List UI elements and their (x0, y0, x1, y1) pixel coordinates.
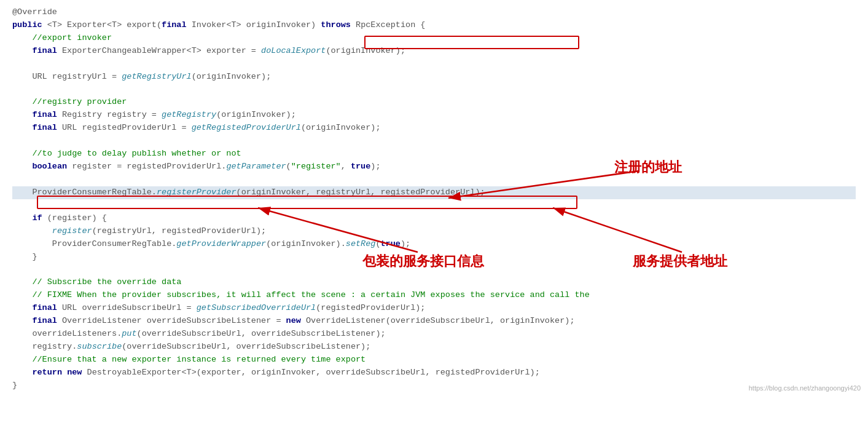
code-line-9: final Registry registry = getRegistry(or… (12, 109, 856, 122)
code-line-12: //to judge to delay publish whether or n… (12, 148, 856, 161)
code-line-28: //Ensure that a new exporter instance is… (12, 354, 856, 367)
code-line-23: // FIXME When the provider subscribes, i… (12, 289, 856, 302)
code-line-1: @Override (12, 6, 856, 19)
code-line-18: register(registryUrl, registedProviderUr… (12, 225, 856, 238)
code-line-10: final URL registedProviderUrl = getRegis… (12, 122, 856, 135)
code-container: @Override public <T> Exporter<T> export(… (0, 0, 868, 398)
code-line-15: ProviderConsumerRegTable.registerProvide… (12, 186, 856, 199)
code-line-17: if (register) { (12, 212, 856, 225)
code-line-2: public <T> Exporter<T> export(final Invo… (12, 19, 856, 32)
code-line-14 (12, 173, 856, 186)
watermark: https://blog.csdn.net/zhangoongyi420 (749, 383, 861, 394)
code-line-8: //registry provider (12, 96, 856, 109)
code-line-27: registry.subscribe(overrideSubscribeUrl,… (12, 341, 856, 354)
code-line-5 (12, 58, 856, 71)
code-line-29: return new DestroyableExporter<T>(export… (12, 367, 856, 379)
code-line-4: final ExporterChangeableWrapper<T> expor… (12, 45, 856, 58)
code-line-11 (12, 135, 856, 148)
code-block: @Override public <T> Exporter<T> export(… (12, 6, 856, 392)
code-line-22: // Subscribe the override data (12, 276, 856, 289)
code-line-30: } (12, 379, 856, 392)
code-line-21 (12, 263, 856, 276)
code-line-24: final URL overrideSubscribeUrl = getSubs… (12, 302, 856, 315)
code-line-26: overrideListeners.put(overrideSubscribeU… (12, 328, 856, 341)
code-line-19: ProviderConsumerRegTable.getProviderWrap… (12, 238, 856, 251)
code-line-3: //export invoker (12, 32, 856, 45)
code-line-6: URL registryUrl = getRegistryUrl(originI… (12, 71, 856, 84)
code-line-13: boolean register = registedProviderUrl.g… (12, 161, 856, 173)
code-line-7 (12, 84, 856, 97)
code-line-25: final OverrideListener overrideSubscribe… (12, 315, 856, 328)
code-line-16 (12, 199, 856, 212)
code-line-20: } (12, 251, 856, 264)
